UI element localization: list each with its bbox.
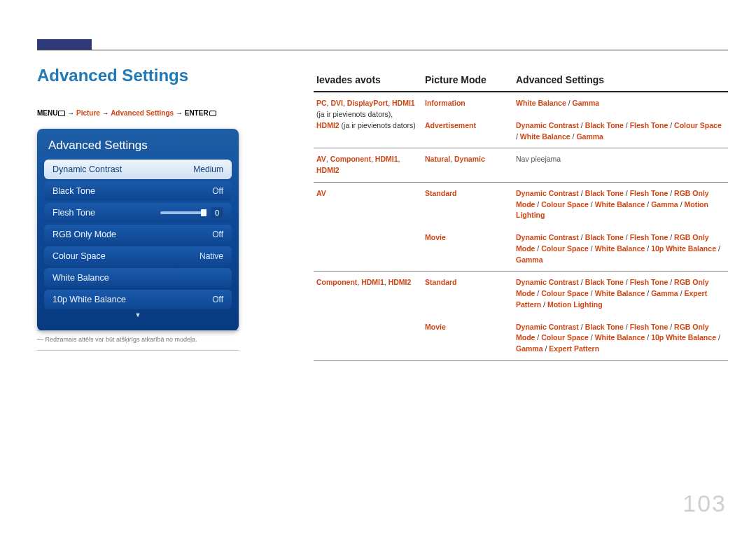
osd-row-dynamic-contrast[interactable]: Dynamic ContrastMedium bbox=[44, 160, 232, 179]
osd-label: White Balance bbox=[52, 273, 109, 283]
osd-row-flesh-tone[interactable]: Flesh Tone0 bbox=[44, 203, 232, 223]
osd-value: Off bbox=[212, 230, 223, 239]
bc-menu: MENU bbox=[37, 109, 57, 117]
cell-mode: Information bbox=[422, 92, 513, 115]
cell-adv: Nav pieejama bbox=[513, 148, 728, 183]
osd-value: Medium bbox=[193, 164, 223, 174]
chevron-down-icon[interactable]: ▼ bbox=[44, 311, 232, 318]
divider bbox=[37, 350, 239, 351]
osd-label: Flesh Tone bbox=[52, 208, 95, 218]
osd-title: Advanced Settings bbox=[44, 136, 232, 160]
osd-label: Colour Space bbox=[52, 251, 106, 261]
osd-label: 10p White Balance bbox=[52, 295, 126, 304]
table-row: AV, Component, HDMI1,HDMI2Natural, Dynam… bbox=[314, 148, 728, 183]
cell-mode: Natural, Dynamic bbox=[422, 148, 513, 183]
osd-row-10p-white-balance[interactable]: 10p White BalanceOff bbox=[44, 290, 232, 309]
bc-picture: Picture bbox=[76, 109, 100, 117]
table-row: PC, DVI, DisplayPort, HDMI1(ja ir pievie… bbox=[314, 92, 728, 115]
cell-mode: Movie bbox=[422, 316, 513, 361]
bc-arrow2: → bbox=[102, 109, 111, 117]
table-row: AVStandardDynamic Contrast / Black Tone … bbox=[314, 182, 728, 227]
osd-label: RGB Only Mode bbox=[52, 230, 116, 239]
footnote: ― Redzamais attēls var būt atšķirīgs atk… bbox=[37, 336, 197, 343]
cell-mode: Standard bbox=[422, 272, 513, 316]
slider-knob[interactable] bbox=[201, 209, 206, 216]
table-row: Component, HDMI1, HDMI2StandardDynamic C… bbox=[314, 272, 728, 316]
menu-icon bbox=[58, 111, 65, 116]
cell-mode: Advertisement bbox=[422, 115, 513, 148]
cell-adv: Dynamic Contrast / Black Tone / Flesh To… bbox=[513, 115, 728, 148]
divider bbox=[37, 330, 239, 331]
cell-source: AV bbox=[314, 182, 422, 272]
cell-adv: Dynamic Contrast / Black Tone / Flesh To… bbox=[513, 182, 728, 227]
slider[interactable]: 0 bbox=[160, 207, 223, 218]
bc-arrow1: → bbox=[67, 109, 76, 117]
osd-row-white-balance[interactable]: White Balance bbox=[44, 268, 232, 288]
settings-table: Ievades avots Picture Mode Advanced Sett… bbox=[314, 70, 728, 361]
cell-source: AV, Component, HDMI1,HDMI2 bbox=[314, 148, 422, 183]
th-source: Ievades avots bbox=[314, 70, 422, 92]
osd-value: Off bbox=[212, 186, 223, 196]
cell-source: Component, HDMI1, HDMI2 bbox=[314, 272, 422, 361]
bc-adv: Advanced Settings bbox=[111, 109, 174, 117]
enter-icon bbox=[209, 111, 216, 116]
page-number: 103 bbox=[682, 490, 727, 517]
bc-enter: ENTER bbox=[185, 109, 209, 117]
cell-mode: Movie bbox=[422, 227, 513, 272]
cell-adv: Dynamic Contrast / Black Tone / Flesh To… bbox=[513, 316, 728, 361]
cell-adv: Dynamic Contrast / Black Tone / Flesh To… bbox=[513, 227, 728, 272]
osd-value: Off bbox=[212, 295, 223, 304]
osd-row-colour-space[interactable]: Colour SpaceNative bbox=[44, 246, 232, 266]
bc-arrow3: → bbox=[176, 109, 185, 117]
osd-label: Dynamic Contrast bbox=[52, 164, 122, 174]
osd-panel: Advanced Settings Dynamic ContrastMedium… bbox=[37, 129, 239, 331]
osd-label: Black Tone bbox=[52, 186, 95, 196]
slider-value: 0 bbox=[211, 207, 223, 218]
page-title: Advanced Settings bbox=[37, 66, 188, 85]
header-rule bbox=[37, 50, 728, 50]
cell-adv: Dynamic Contrast / Black Tone / Flesh To… bbox=[513, 272, 728, 316]
th-adv: Advanced Settings bbox=[513, 70, 728, 92]
cell-adv: White Balance / Gamma bbox=[513, 92, 728, 115]
osd-row-rgb-only-mode[interactable]: RGB Only ModeOff bbox=[44, 225, 232, 244]
osd-row-black-tone[interactable]: Black ToneOff bbox=[44, 181, 232, 201]
breadcrumb: MENU → Picture → Advanced Settings → ENT… bbox=[37, 109, 216, 117]
cell-mode: Standard bbox=[422, 182, 513, 227]
cell-source: PC, DVI, DisplayPort, HDMI1(ja ir pievie… bbox=[314, 92, 422, 148]
slider-track[interactable] bbox=[160, 211, 205, 214]
header-accent bbox=[37, 39, 92, 50]
th-mode: Picture Mode bbox=[422, 70, 513, 92]
osd-value: Native bbox=[200, 251, 223, 261]
